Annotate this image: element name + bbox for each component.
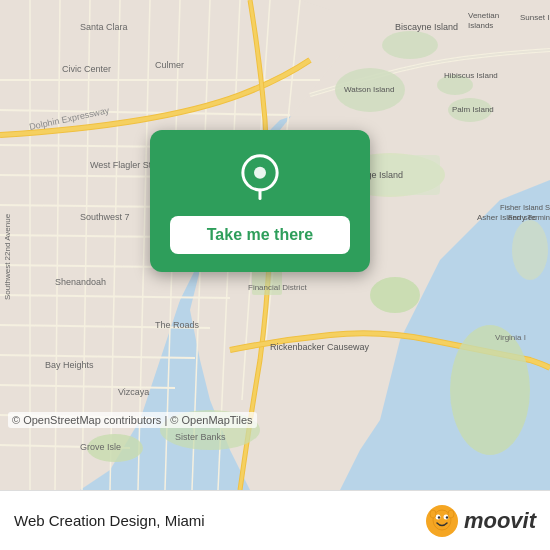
svg-point-66 [512, 220, 548, 280]
svg-text:Sunset I: Sunset I [520, 13, 549, 22]
svg-text:The Roads: The Roads [155, 320, 200, 330]
svg-point-30 [382, 31, 438, 59]
svg-text:Fisher Island Sec: Fisher Island Sec [500, 203, 550, 212]
svg-text:West Flagler St: West Flagler St [90, 160, 152, 170]
svg-text:Islands: Islands [468, 21, 493, 30]
svg-text:Bay Heights: Bay Heights [45, 360, 94, 370]
svg-point-27 [450, 325, 530, 455]
svg-text:Santa Clara: Santa Clara [80, 22, 128, 32]
svg-text:Shenandoah: Shenandoah [55, 277, 106, 287]
svg-point-68 [254, 167, 266, 179]
map-attribution: © OpenStreetMap contributors | © OpenMap… [8, 412, 257, 428]
svg-text:Grove Isle: Grove Isle [80, 442, 121, 452]
svg-text:Rickenbacker Causeway: Rickenbacker Causeway [270, 342, 370, 352]
svg-text:Biscayne Island: Biscayne Island [395, 22, 458, 32]
bottom-bar: Web Creation Design, Miami moovit [0, 490, 550, 550]
svg-text:Virginia I: Virginia I [495, 333, 526, 342]
svg-text:Palm Island: Palm Island [452, 105, 494, 114]
svg-text:Hibiscus Island: Hibiscus Island [444, 71, 498, 80]
svg-point-74 [446, 516, 448, 518]
moovit-logo: moovit [424, 503, 536, 539]
svg-text:Vizcaya: Vizcaya [118, 387, 149, 397]
location-pin-icon [236, 154, 284, 202]
popup-card: Take me there [150, 130, 370, 272]
svg-text:Southwest 22nd Avenue: Southwest 22nd Avenue [3, 213, 12, 300]
svg-point-73 [438, 516, 440, 518]
svg-text:Culmer: Culmer [155, 60, 184, 70]
moovit-icon [424, 503, 460, 539]
svg-point-75 [430, 510, 436, 518]
svg-point-28 [370, 277, 420, 313]
svg-text:Watson Island: Watson Island [344, 85, 394, 94]
take-me-there-button[interactable]: Take me there [170, 216, 350, 254]
moovit-text: moovit [464, 508, 536, 534]
svg-text:Sister Banks: Sister Banks [175, 432, 226, 442]
location-label: Web Creation Design, Miami [14, 512, 205, 529]
svg-text:Financial District: Financial District [248, 283, 307, 292]
svg-text:Civic Center: Civic Center [62, 64, 111, 74]
map-container: Santa Clara Civic Center Dolphin Express… [0, 0, 550, 490]
svg-text:Southwest 7: Southwest 7 [80, 212, 130, 222]
svg-text:Venetian: Venetian [468, 11, 499, 20]
svg-point-76 [448, 510, 454, 518]
